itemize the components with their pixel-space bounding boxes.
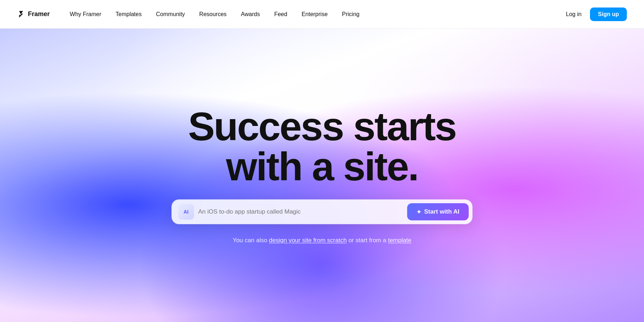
- template-link[interactable]: template: [388, 237, 411, 244]
- subtitle-text: You can also: [233, 237, 269, 244]
- login-button[interactable]: Log in: [560, 8, 587, 20]
- nav-item-templates[interactable]: Templates: [110, 8, 147, 20]
- hero-title-line1: Success starts: [188, 104, 456, 149]
- ai-input-bar: AI ✦ Start with AI: [172, 200, 472, 224]
- ai-button-label: Start with AI: [424, 208, 459, 215]
- nav-item-resources[interactable]: Resources: [194, 8, 232, 20]
- hero-title-line2: with a site.: [226, 144, 418, 189]
- subtitle-middle: or start from a: [347, 237, 388, 244]
- navbar: Framer Why Framer Templates Community Re…: [0, 0, 644, 29]
- nav-item-pricing[interactable]: Pricing: [336, 8, 365, 20]
- ai-icon: AI: [184, 209, 189, 215]
- hero-content: Success starts with a site. AI ✦ Start w…: [172, 107, 472, 244]
- hero-section: Success starts with a site. AI ✦ Start w…: [0, 29, 644, 322]
- nav-actions: Log in Sign up: [560, 8, 627, 21]
- nav-item-awards[interactable]: Awards: [235, 8, 265, 20]
- nav-item-feed[interactable]: Feed: [268, 8, 293, 20]
- nav-item-enterprise[interactable]: Enterprise: [296, 8, 333, 20]
- ai-prompt-input[interactable]: [198, 208, 403, 215]
- nav-item-why-framer[interactable]: Why Framer: [64, 8, 107, 20]
- start-with-ai-button[interactable]: ✦ Start with AI: [407, 203, 469, 220]
- design-from-scratch-link[interactable]: design your site from scratch: [269, 237, 347, 244]
- signup-button[interactable]: Sign up: [590, 8, 627, 21]
- hero-title: Success starts with a site.: [188, 107, 456, 187]
- hero-subtitle: You can also design your site from scrat…: [233, 237, 411, 244]
- brand-name: Framer: [28, 10, 50, 18]
- brand-logo[interactable]: Framer: [17, 10, 50, 18]
- ai-icon-wrapper: AI: [178, 204, 194, 220]
- nav-links: Why Framer Templates Community Resources…: [64, 8, 560, 20]
- nav-item-community[interactable]: Community: [150, 8, 191, 20]
- sparkle-icon: ✦: [416, 209, 421, 215]
